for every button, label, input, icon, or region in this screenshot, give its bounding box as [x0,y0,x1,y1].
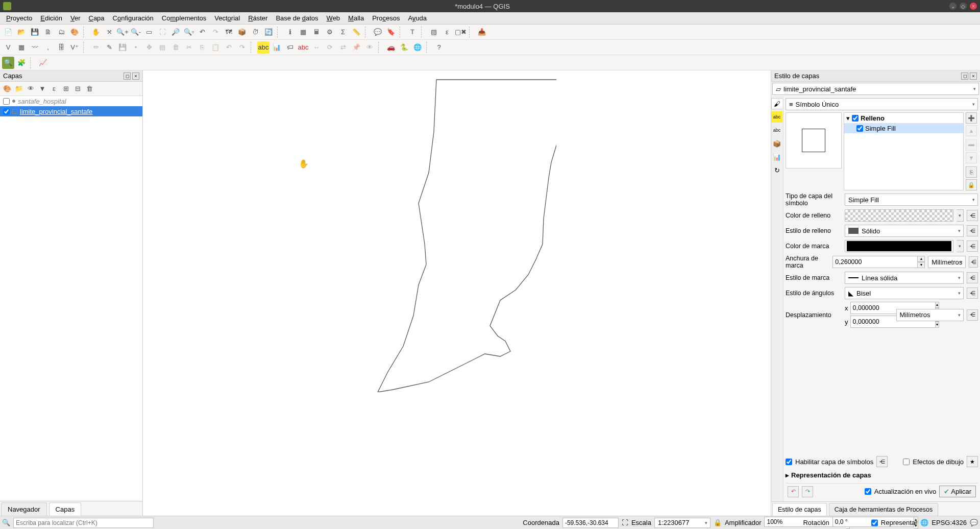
move-up-button[interactable]: ▲ [966,125,977,136]
symbol-child-checkbox[interactable] [856,125,863,132]
layer-selector-combo[interactable]: ▱ limite_provincial_santafe ▾ [772,83,979,95]
menu-procesos[interactable]: Procesos [368,13,404,23]
join-style-combo[interactable]: ◣ Bisel ▾ [845,287,964,299]
plugin-install-icon[interactable]: 🚗 [385,41,397,54]
map-tips-icon[interactable]: 💬 [372,26,384,38]
remove-symbol-layer-button[interactable]: ➖ [966,139,977,151]
offset-unit-combo[interactable]: Milímetros▾ [896,309,964,321]
effects-button[interactable]: ★ [967,456,978,467]
menu-edicion[interactable]: Edición [36,13,66,23]
move-down-button[interactable]: ▼ [966,152,977,163]
menu-web[interactable]: Web [323,13,345,23]
add-delimited-icon[interactable]: , [42,41,54,54]
zoom-next-icon[interactable]: ↷ [209,26,222,38]
stroke-width-unit-combo[interactable]: Milímetros▾ [928,256,966,268]
cut-icon[interactable]: ✂ [183,41,195,54]
label-diagram-icon[interactable]: 📊 [271,41,283,54]
layer-style-icon[interactable]: 🎨 [2,84,12,94]
sidetab-diagrams-icon[interactable]: 📊 [771,151,782,162]
zoom-selection-icon[interactable]: 🔎 [169,26,182,38]
layer-visibility-icon[interactable]: 👁 [26,84,36,94]
join-style-override[interactable]: ⋲ [967,287,978,299]
new-project-icon[interactable]: 📄 [2,26,14,38]
label-rotate-icon[interactable]: ⟳ [324,41,336,54]
edit-toggle-icon[interactable]: ✏ [90,41,102,54]
menu-ayuda[interactable]: Ayuda [404,13,431,23]
enable-override[interactable]: ⋲ [876,456,888,467]
stroke-style-combo[interactable]: Línea sólida ▾ [845,272,964,284]
stroke-width-override[interactable]: ⋲ [969,256,978,268]
delete-selected-icon[interactable]: 🗑 [169,41,182,54]
menu-raster[interactable]: Ráster [244,13,272,23]
sidetab-symbology-icon[interactable]: 🖌 [771,98,782,109]
tab-caja-procesos[interactable]: Caja de herramientas de Procesos [829,503,938,516]
menu-configuracion[interactable]: Configuración [109,13,158,23]
renderer-combo[interactable]: ≡ Símbolo Único ▾ [786,98,978,110]
messages-icon[interactable]: 💬 [970,519,978,526]
layer-rendering-header[interactable]: ▸Representación de capas [786,469,978,481]
coord-input[interactable] [562,518,619,528]
quick-osm-icon[interactable]: 🔍 [2,57,14,69]
tab-estilo-capas[interactable]: Estilo de capas [772,503,827,516]
label-rule-icon[interactable]: abc [297,41,309,54]
stroke-color-override[interactable]: ⋲ [967,241,978,252]
layer-remove-icon[interactable]: 🗑 [84,84,94,94]
menu-vectorial[interactable]: Vectorial [210,13,244,23]
map-canvas[interactable]: ✋ [143,70,771,516]
menu-capa[interactable]: Capa [84,13,108,23]
temporal-icon[interactable]: ⏱ [249,26,261,38]
pan-icon[interactable]: ✋ [90,26,102,38]
redo-icon[interactable]: ↷ [236,41,248,54]
fill-color-menu[interactable]: ▾ [957,209,964,222]
add-feature-icon[interactable]: • [130,41,142,54]
crs-label[interactable]: EPSG:4326 [932,519,967,526]
zoom-last-icon[interactable]: ↶ [196,26,208,38]
text-annotation-icon[interactable]: T [406,26,419,38]
identify-icon[interactable]: ℹ [284,26,296,38]
label-show-icon[interactable]: 👁 [363,41,376,54]
sidetab-labels-icon[interactable]: abc [771,111,782,123]
add-symbol-layer-button[interactable]: ➕ [966,112,977,124]
add-mesh-icon[interactable]: 〰 [29,41,41,54]
new-3d-view-icon[interactable]: 📦 [236,26,248,38]
panel-close-button[interactable]: × [132,73,139,80]
window-close-button[interactable]: × [970,3,977,10]
copy-icon[interactable]: ⎘ [196,41,208,54]
spin-up[interactable]: ▲ [918,256,925,262]
locator-input[interactable] [13,518,154,528]
label-highlight-icon[interactable]: 🏷 [284,41,296,54]
layer-expr-icon[interactable]: ε [49,84,59,94]
fill-color-button[interactable] [845,209,953,222]
window-minimize-button[interactable]: ⌄ [949,3,957,10]
lock-layer-button[interactable]: 🔒 [966,179,977,190]
extents-icon[interactable]: ⛶ [622,519,628,526]
undo-icon[interactable]: ↶ [223,41,235,54]
undo-style-button[interactable]: ↶ [788,486,799,497]
style-panel-float-button[interactable]: ◻ [961,73,968,80]
zoom-native-icon[interactable]: ▭ [143,26,155,38]
layer-add-group-icon[interactable]: 📁 [14,84,24,94]
osm-layer-icon[interactable]: 🧩 [15,57,28,69]
zoom-in-icon[interactable]: 🔍+ [116,26,129,38]
menu-basedatos[interactable]: Base de datos [272,13,322,23]
layer-tree[interactable]: santafe_hospital limite_provincial_santa… [0,96,142,501]
layout-manager-icon[interactable]: 🗂 [55,26,67,38]
save-edits-icon[interactable]: 💾 [116,41,129,54]
enable-symbol-layer-checkbox[interactable] [786,459,792,465]
field-calc-icon[interactable]: 🖩 [310,26,323,38]
draw-effects-checkbox[interactable] [903,459,910,465]
dataplotly-icon[interactable]: 📈 [37,57,49,69]
fill-color-override[interactable]: ⋲ [967,210,978,221]
sidetab-masks-icon[interactable]: abc [771,125,782,136]
stroke-width-input[interactable] [832,256,918,268]
sidetab-3d-icon[interactable]: 📦 [771,138,782,149]
layer-name[interactable]: santafe_hospital [18,98,66,105]
duplicate-layer-button[interactable]: ⎘ [966,166,977,178]
statistics-icon[interactable]: Σ [337,26,349,38]
window-maximize-button[interactable]: ◇ [960,3,967,10]
stroke-style-override[interactable]: ⋲ [967,272,978,283]
deselect-icon[interactable]: ▢✖ [454,26,467,38]
open-attr-table-icon[interactable]: ▦ [297,26,309,38]
tab-navegador[interactable]: Navegador [1,502,47,516]
new-map-view-icon[interactable]: 🗺 [223,26,235,38]
